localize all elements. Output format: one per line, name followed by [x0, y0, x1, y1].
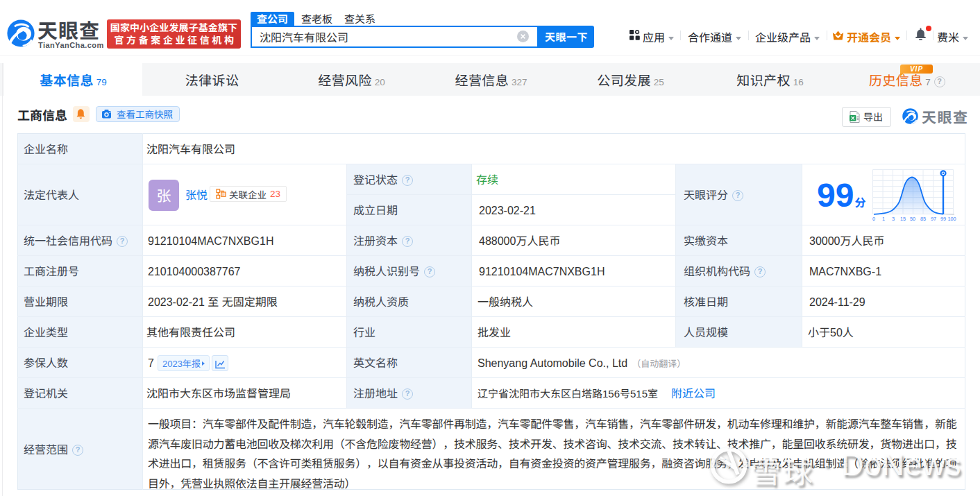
- svg-text:100: 100: [947, 216, 956, 222]
- svg-text:0: 0: [872, 216, 875, 222]
- svg-text:97: 97: [931, 216, 936, 222]
- svg-text:50: 50: [910, 216, 915, 222]
- svg-text:15: 15: [900, 216, 906, 222]
- svg-text:1: 1: [882, 216, 885, 222]
- svg-text:3: 3: [892, 216, 895, 222]
- svg-text:85: 85: [920, 216, 926, 222]
- svg-text:99: 99: [940, 216, 946, 222]
- svg-text:企: 企: [221, 191, 226, 197]
